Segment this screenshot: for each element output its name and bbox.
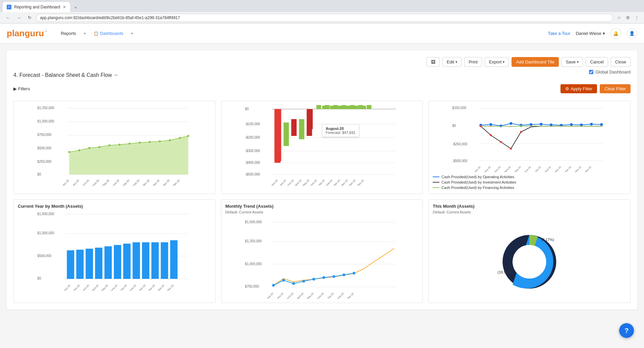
bar-blue-chart-svg: $1,500,000 $1,000,000 $500,000 $0 — [18, 210, 211, 291]
svg-text:$750,000: $750,000 — [37, 133, 51, 137]
export-button[interactable]: Export ▾ — [485, 57, 509, 67]
svg-text:April-20: April-20 — [294, 179, 302, 186]
svg-text:May-20: May-20 — [514, 166, 522, 172]
export-label: Export — [489, 59, 502, 64]
add-tile-button[interactable]: Add Dashboard Tile — [512, 57, 558, 67]
svg-text:June-20: June-20 — [309, 179, 318, 186]
svg-text:September-20: September-20 — [549, 166, 562, 172]
svg-text:August-20: August-20 — [126, 284, 137, 291]
svg-text:-$100,000: -$100,000 — [245, 122, 260, 126]
active-tab[interactable]: P Reporting and Dashboard ✕ — [3, 2, 70, 12]
donut-chart-svg: (2.17%) (19.96%) — [433, 218, 626, 299]
edit-button[interactable]: Edit ▾ — [442, 57, 462, 67]
trend-chart-svg: $1,500,000 $1,250,000 $1,000,000 $750,00… — [225, 218, 419, 299]
apply-filter-label: Apply Filter — [571, 86, 592, 91]
bookmark-icon[interactable]: ☆ — [616, 14, 623, 21]
take-tour-link[interactable]: Take a Tour — [548, 31, 570, 36]
svg-point-18 — [118, 144, 120, 146]
svg-point-23 — [169, 139, 171, 141]
clear-filter-button[interactable]: Clear Filter — [600, 84, 631, 93]
svg-text:May-20: May-20 — [306, 292, 314, 299]
svg-point-108 — [600, 123, 603, 126]
logo: planguru™ — [7, 28, 47, 39]
svg-rect-143 — [142, 242, 149, 279]
edit-dropdown-icon: ▾ — [455, 60, 457, 64]
global-dashboard-checkbox[interactable] — [589, 70, 593, 74]
url-text: app.planguru.com:92/dashboard/edit/8c2bd… — [40, 15, 180, 20]
dashboard-container: 🖼 Edit ▾ Print Export ▾ Add Dashboard Ti… — [7, 50, 637, 310]
svg-rect-137 — [86, 249, 93, 279]
forward-button[interactable]: → — [15, 14, 23, 22]
nav-dashboards[interactable]: 📋 Dashboards — [90, 29, 127, 38]
svg-point-102 — [540, 123, 543, 126]
tab-close-button[interactable]: ✕ — [63, 5, 66, 9]
svg-point-170 — [302, 280, 305, 283]
tab-title: Reporting and Dashboard — [14, 5, 60, 9]
close-button[interactable]: Close — [611, 57, 631, 67]
bar-chart-svg: $0 -$100,000 -$200,000 -$300,000 -$400,0… — [225, 105, 419, 186]
refresh-button[interactable]: ↻ — [25, 14, 34, 22]
user-avatar-button[interactable]: 👤 — [627, 28, 637, 39]
svg-point-17 — [108, 144, 110, 146]
chart-subtitle-5: Default: Current Assets — [225, 210, 419, 214]
nav-dashboards-add[interactable]: + — [128, 30, 136, 38]
svg-point-19 — [128, 143, 130, 145]
svg-text:June-20: June-20 — [316, 292, 324, 299]
filters-actions: ⚙ Apply Filter Clear Filter — [560, 84, 631, 93]
cancel-button[interactable]: Cancel — [586, 57, 608, 67]
filters-bar: ▶ Filters ⚙ Apply Filter Clear Filter — [13, 82, 631, 95]
svg-rect-70 — [330, 106, 335, 109]
url-bar[interactable]: app.planguru.com:92/dashboard/edit/8c2bd… — [36, 14, 613, 22]
legend-label-financing: Cash Provided(Used) by Financing Activit… — [441, 186, 514, 190]
print-label: Print — [469, 59, 478, 64]
user-menu[interactable]: Daniel Wiese ▾ — [576, 31, 605, 36]
notifications-button[interactable]: 🔔 — [610, 28, 621, 39]
chart-card-2: $0 -$100,000 -$200,000 -$300,000 -$400,0… — [221, 101, 423, 194]
dashboard-title-text: 4. Forecast - Balance Sheet & Cash Flow — [13, 72, 112, 78]
svg-text:July-20: July-20 — [317, 179, 325, 186]
svg-text:-$250,000: -$250,000 — [452, 142, 468, 146]
legend-item-operating: Cash Provided(Used) by Operating Activit… — [433, 175, 626, 179]
extension-icon[interactable]: ⚙ — [625, 14, 631, 21]
svg-text:-$300,000: -$300,000 — [245, 149, 260, 153]
save-button[interactable]: Save ▾ — [561, 57, 583, 67]
svg-rect-136 — [76, 250, 84, 279]
main-content: 🖼 Edit ▾ Print Export ▾ Add Dashboard Ti… — [0, 44, 644, 348]
back-button[interactable]: ← — [4, 14, 12, 22]
menu-icon[interactable]: ⋮ — [633, 14, 640, 21]
svg-text:(2.17%): (2.17%) — [541, 238, 554, 242]
help-button[interactable]: ? — [619, 323, 634, 338]
nav-reports[interactable]: Reports — [57, 29, 79, 38]
cancel-label: Cancel — [590, 59, 603, 64]
legend-label-operating: Cash Provided(Used) by Operating Activit… — [441, 175, 514, 179]
svg-text:June-20: June-20 — [524, 166, 532, 172]
global-dashboard-toggle: Global Dashboard — [589, 69, 631, 74]
svg-text:February-20: February-20 — [67, 179, 80, 186]
svg-rect-73 — [353, 106, 358, 109]
svg-text:March-20: March-20 — [493, 166, 501, 172]
svg-text:November-20: November-20 — [570, 166, 582, 172]
apply-filter-button[interactable]: ⚙ Apply Filter — [560, 84, 597, 93]
new-tab-button[interactable]: + — [71, 3, 80, 12]
chart-area-2: $0 -$100,000 -$200,000 -$300,000 -$400,0… — [225, 105, 419, 186]
svg-text:July-20: July-20 — [534, 166, 542, 172]
svg-text:March-20: March-20 — [80, 284, 90, 291]
nav-reports-add[interactable]: + — [81, 30, 89, 38]
top-nav: planguru™ Reports + 📋 Dashboards + Take … — [0, 23, 644, 44]
title-edit-icon[interactable]: ✏ — [114, 72, 118, 78]
nav-right: Take a Tour Daniel Wiese ▾ 🔔 👤 — [548, 28, 637, 39]
svg-text:-$500,000: -$500,000 — [245, 172, 260, 176]
svg-rect-142 — [132, 242, 140, 279]
chart-area-1: $1,250,000 $1,000,000 $750,000 $500,000 … — [18, 105, 211, 186]
legend-item-financing: Cash Provided(Used) by Financing Activit… — [433, 186, 626, 190]
logo-text: plan — [7, 28, 24, 38]
filters-toggle[interactable]: ▶ Filters — [13, 86, 30, 91]
svg-rect-144 — [151, 242, 159, 279]
print-button[interactable]: Print — [464, 57, 482, 67]
chart-subtitle-6: Default: Current Assets — [433, 210, 626, 214]
svg-text:April-20: April-20 — [91, 179, 100, 186]
svg-rect-138 — [95, 248, 102, 279]
app: planguru™ Reports + 📋 Dashboards + Take … — [0, 23, 644, 348]
add-tile-label: Add Dashboard Tile — [516, 59, 554, 64]
screenshot-button[interactable]: 🖼 — [427, 57, 440, 67]
